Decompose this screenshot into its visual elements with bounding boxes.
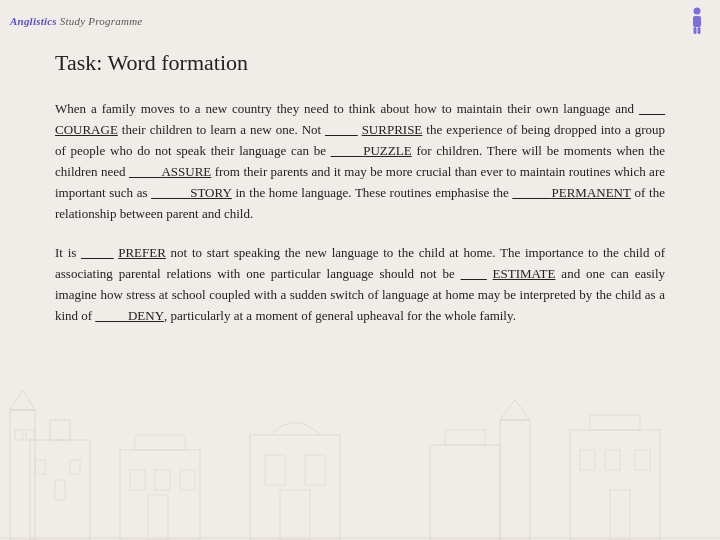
blank-5: ______ <box>151 185 190 200</box>
figure-icon <box>686 6 708 36</box>
svg-marker-10 <box>10 390 35 410</box>
word-story: STORY <box>190 185 232 200</box>
word-prefer: PREFER <box>118 245 166 260</box>
paragraph-1: When a family moves to a new country the… <box>55 98 665 224</box>
svg-rect-21 <box>305 455 325 485</box>
blank-2: _____ <box>325 122 358 137</box>
paragraph-2: It is _____ PREFER not to start speaking… <box>55 242 665 326</box>
word-assure: ASSURE <box>161 164 211 179</box>
svg-rect-14 <box>135 435 185 450</box>
svg-rect-7 <box>70 460 80 474</box>
background-sketch <box>0 380 720 540</box>
top-bar: Anglistics Study Programme <box>0 0 720 40</box>
svg-rect-25 <box>500 420 530 540</box>
blank-1: ____ <box>639 101 665 116</box>
svg-rect-5 <box>50 420 70 440</box>
svg-rect-12 <box>26 430 34 440</box>
svg-rect-29 <box>580 450 595 470</box>
svg-rect-1 <box>693 16 701 27</box>
svg-rect-27 <box>570 430 660 540</box>
svg-rect-23 <box>430 445 500 540</box>
blank-3: _____ <box>331 143 364 158</box>
brand-name: Anglistics <box>10 15 57 27</box>
svg-rect-28 <box>590 415 640 430</box>
svg-rect-31 <box>635 450 650 470</box>
svg-rect-2 <box>694 27 697 34</box>
blank-4: _____ <box>129 164 162 179</box>
svg-rect-3 <box>698 27 701 34</box>
svg-rect-30 <box>605 450 620 470</box>
svg-rect-13 <box>120 450 200 540</box>
main-content: Task: Word formation When a family moves… <box>0 40 720 354</box>
page-title: Task: Word formation <box>55 50 665 76</box>
svg-rect-6 <box>35 460 45 474</box>
page-container: Anglistics Study Programme Task: Word fo… <box>0 0 720 540</box>
svg-rect-19 <box>250 435 340 540</box>
word-surprise: SURPRISE <box>362 122 423 137</box>
svg-rect-20 <box>265 455 285 485</box>
svg-rect-22 <box>280 490 310 540</box>
blank-9: _____ <box>95 308 128 323</box>
word-courage: COURAGE <box>55 122 118 137</box>
brand-sub: Study Programme <box>57 15 143 27</box>
svg-rect-11 <box>15 430 23 440</box>
blank-7: _____ <box>81 245 114 260</box>
svg-rect-17 <box>180 470 195 490</box>
word-estimate: ESTIMATE <box>493 266 556 281</box>
svg-marker-26 <box>500 400 530 420</box>
word-puzzle: PUZZLE <box>363 143 411 158</box>
svg-rect-9 <box>10 410 35 540</box>
svg-rect-32 <box>610 490 630 540</box>
svg-rect-8 <box>55 480 65 500</box>
text-body: When a family moves to a new country the… <box>55 98 665 326</box>
svg-rect-15 <box>130 470 145 490</box>
svg-rect-16 <box>155 470 170 490</box>
word-permanent: PERMANENT <box>552 185 631 200</box>
svg-rect-18 <box>148 495 168 540</box>
blank-8: ____ <box>461 266 487 281</box>
svg-point-0 <box>694 8 701 15</box>
word-deny: DENY <box>128 308 164 323</box>
svg-rect-24 <box>445 430 485 445</box>
brand-logo: Anglistics Study Programme <box>10 15 142 27</box>
svg-rect-4 <box>30 440 90 540</box>
blank-6: ______ <box>513 185 552 200</box>
